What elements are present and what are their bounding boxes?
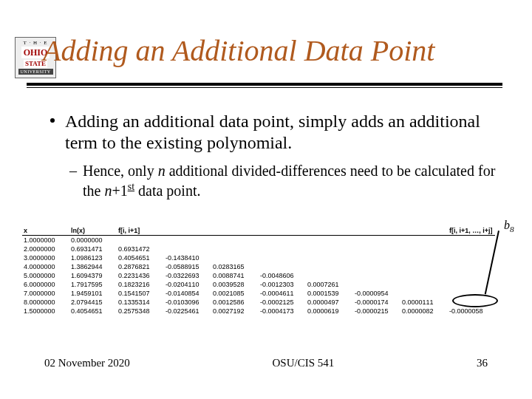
table-row: 6.00000001.79175950.1823216-0.02041100.0… xyxy=(22,280,495,289)
table-header-cell xyxy=(400,226,448,236)
footer-date: 02 November 2020 xyxy=(44,357,130,369)
table-cell xyxy=(448,271,495,280)
table-cell: 0.2876821 xyxy=(117,262,164,271)
table-cell: 3.0000000 xyxy=(22,253,69,262)
table-cell: 0.6931472 xyxy=(117,245,164,253)
table-cell xyxy=(306,236,353,245)
table-cell: -0.0004611 xyxy=(259,289,306,298)
table-cell: 1.9459101 xyxy=(69,289,117,298)
table-cell xyxy=(306,245,353,253)
table-cell xyxy=(259,236,306,245)
table-cell: 5.0000000 xyxy=(22,271,69,280)
table-cell: 0.6931471 xyxy=(69,245,117,253)
table-cell xyxy=(448,262,495,271)
table-cell xyxy=(306,253,353,262)
table-cell: 0.0007261 xyxy=(306,280,353,289)
table-cell xyxy=(400,245,448,253)
table-cell: 6.0000000 xyxy=(22,280,69,289)
table-cell: -0.0048606 xyxy=(259,271,306,280)
table-cell: 0.4054651 xyxy=(117,253,164,262)
b8-subscript: 8 xyxy=(510,225,514,233)
table-header-cell xyxy=(353,226,400,236)
table-cell xyxy=(400,236,448,245)
bullet-2-pre: Hence, only xyxy=(83,163,158,179)
table-cell xyxy=(259,245,306,253)
table-row: 7.00000001.94591010.1541507-0.01408540.0… xyxy=(22,289,495,298)
table-cell: 0.4054651 xyxy=(69,307,117,316)
bullet-dash-icon: – xyxy=(69,162,77,180)
table-cell xyxy=(306,262,353,271)
table-cell xyxy=(117,236,164,245)
bullet-2-n1: n xyxy=(104,182,112,198)
table-cell: -0.0000215 xyxy=(353,307,400,316)
title-rule xyxy=(27,83,502,88)
bullet-level-1: Adding an additional data point, simply … xyxy=(44,111,497,154)
table-cell: 0.0000497 xyxy=(306,298,353,307)
table-cell: 0.0000619 xyxy=(306,307,353,316)
table-cell: 1.7917595 xyxy=(69,280,117,289)
annotation-b8: b8 xyxy=(504,219,514,233)
table-cell: 4.0000000 xyxy=(22,262,69,271)
footer-course: OSU/CIS 541 xyxy=(273,357,335,369)
table-cell: -0.1438410 xyxy=(164,253,211,262)
table-cell: -0.0322693 xyxy=(164,271,211,280)
table-header-cell xyxy=(259,226,306,236)
table-cell: 0.1541507 xyxy=(117,289,164,298)
slide-footer: 02 November 2020 OSU/CIS 541 36 xyxy=(44,357,488,369)
table-cell: -0.0012303 xyxy=(259,280,306,289)
table-cell xyxy=(400,253,448,262)
table-cell: -0.0204110 xyxy=(164,280,211,289)
table-cell: 0.0088741 xyxy=(211,271,259,280)
table-row: 5.00000001.60943790.2231436-0.03226930.0… xyxy=(22,271,495,280)
table-cell: 1.6094379 xyxy=(69,271,117,280)
table-cell xyxy=(353,245,400,253)
bullet-1-text: Adding an additional data point, simply … xyxy=(65,112,480,152)
table-cell: 1.5000000 xyxy=(22,307,69,316)
table-header-cell xyxy=(164,226,211,236)
table-cell xyxy=(306,271,353,280)
table-cell: -0.0140854 xyxy=(164,289,211,298)
table-cell: 2.0000000 xyxy=(22,245,69,253)
table-cell xyxy=(448,280,495,289)
table-cell: 0.0012586 xyxy=(211,298,259,307)
table-cell xyxy=(259,253,306,262)
slide-title: Adding an Additional Data Point xyxy=(43,35,510,66)
table-cell xyxy=(400,262,448,271)
bullet-level-2: – Hence, only n additional divided-diffe… xyxy=(44,162,497,200)
table-cell xyxy=(211,253,259,262)
table-cell xyxy=(400,280,448,289)
table-cell: 0.0000082 xyxy=(400,307,448,316)
table-cell: -0.0225461 xyxy=(164,307,211,316)
table-header-cell xyxy=(211,226,259,236)
bullet-2-sup: st xyxy=(128,181,134,192)
table-cell: 0.1335314 xyxy=(117,298,164,307)
table-cell: -0.0103096 xyxy=(164,298,211,307)
table-row: 3.00000001.09861230.4054651-0.1438410 xyxy=(22,253,495,262)
table-cell xyxy=(211,236,259,245)
table-cell: 0.0039528 xyxy=(211,280,259,289)
divided-differences-table: xln(x)f[i, i+1]f[i, i+1, …, i+j] 1.00000… xyxy=(22,226,495,316)
table-cell xyxy=(400,271,448,280)
table-cell xyxy=(448,236,495,245)
table-cell: 0.1823216 xyxy=(117,280,164,289)
bullet-2-plus: +1 xyxy=(112,182,127,198)
bullet-dot-icon xyxy=(50,118,55,123)
table-cell xyxy=(211,245,259,253)
table-row: 2.00000000.69314710.6931472 xyxy=(22,245,495,253)
table-cell: -0.0004173 xyxy=(259,307,306,316)
table-cell: 0.0001539 xyxy=(306,289,353,298)
table-cell: -0.0000058 xyxy=(448,307,495,316)
body-text: Adding an additional data point, simply … xyxy=(44,111,497,200)
table-cell: -0.0002125 xyxy=(259,298,306,307)
table-cell: 0.2575348 xyxy=(117,307,164,316)
footer-page-number: 36 xyxy=(477,357,488,369)
table-row: 1.50000000.40546510.2575348-0.02254610.0… xyxy=(22,307,495,316)
table-cell: 1.0000000 xyxy=(22,236,69,245)
table-cell xyxy=(353,236,400,245)
table-cell xyxy=(164,236,211,245)
table-cell xyxy=(448,253,495,262)
table-row: 4.00000001.38629440.2876821-0.05889150.0… xyxy=(22,262,495,271)
table-cell: 2.0794415 xyxy=(69,298,117,307)
table-cell: 1.3862944 xyxy=(69,262,117,271)
table-cell xyxy=(448,245,495,253)
